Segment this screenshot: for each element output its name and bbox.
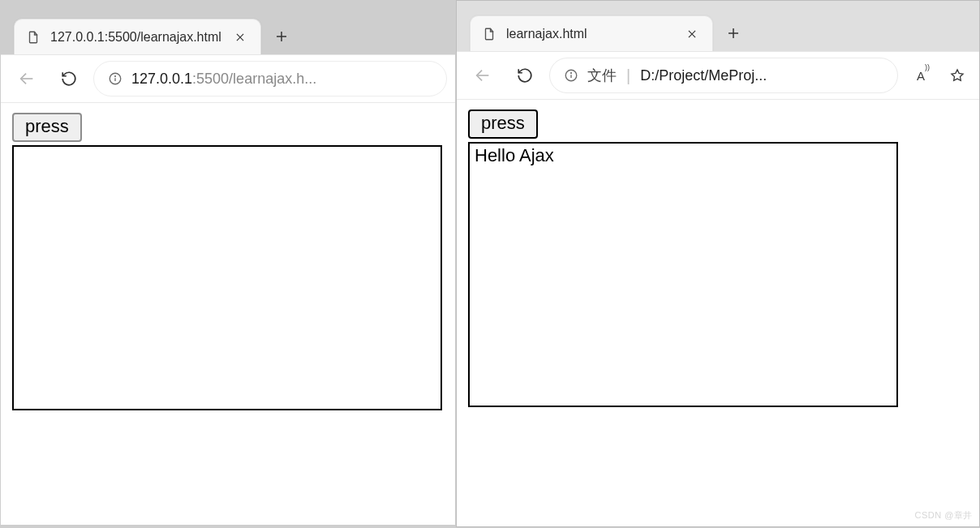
tab-close-button[interactable]: [683, 25, 701, 43]
site-info-icon[interactable]: [107, 71, 123, 87]
page-icon: [26, 30, 41, 45]
address-bar[interactable]: 127.0.0.1:5500/learnajax.h...: [93, 61, 447, 97]
browser-window-right: learnajax.html 文件 | D:/Project/MeProj...…: [456, 0, 980, 527]
new-tab-button[interactable]: [716, 16, 750, 50]
file-scheme-label: 文件: [587, 66, 617, 85]
browser-window-left: 127.0.0.1:5500/learnajax.html 127.0.0.1:…: [0, 3, 456, 526]
tab-strip: learnajax.html: [457, 1, 979, 51]
page-icon: [482, 27, 496, 41]
browser-tab[interactable]: learnajax.html: [470, 15, 713, 51]
url-text: 127.0.0.1:5500/learnajax.h...: [131, 71, 438, 88]
favorites-button[interactable]: [943, 62, 971, 89]
toolbar-actions: A)): [905, 62, 971, 89]
svg-point-2: [115, 76, 116, 77]
result-box: [12, 145, 442, 410]
back-button[interactable]: [465, 58, 501, 93]
site-info-icon[interactable]: [563, 67, 579, 84]
separator-icon: |: [625, 67, 632, 85]
read-aloud-button[interactable]: A)): [909, 62, 937, 89]
svg-point-5: [571, 73, 572, 74]
press-button[interactable]: press: [12, 113, 82, 142]
url-text: D:/Project/MeProj...: [640, 67, 889, 84]
back-button[interactable]: [9, 61, 45, 97]
tab-title: 127.0.0.1:5500/learnajax.html: [50, 30, 221, 45]
tab-close-button[interactable]: [231, 28, 249, 46]
result-box: Hello Ajax: [468, 142, 898, 407]
toolbar: 文件 | D:/Project/MeProj... A)): [457, 51, 979, 100]
tab-strip: 127.0.0.1:5500/learnajax.html: [1, 4, 455, 54]
new-tab-button[interactable]: [264, 19, 299, 54]
address-bar[interactable]: 文件 | D:/Project/MeProj...: [549, 58, 898, 93]
page-content: press Hello Ajax CSDN @章井: [457, 100, 979, 526]
watermark-text: CSDN @章井: [915, 509, 973, 522]
press-button[interactable]: press: [468, 109, 538, 139]
browser-tab[interactable]: 127.0.0.1:5500/learnajax.html: [14, 19, 261, 54]
tab-title: learnajax.html: [506, 27, 673, 41]
refresh-button[interactable]: [507, 58, 543, 93]
page-content: press: [1, 103, 455, 525]
refresh-button[interactable]: [51, 61, 87, 97]
toolbar: 127.0.0.1:5500/learnajax.h...: [1, 54, 455, 103]
